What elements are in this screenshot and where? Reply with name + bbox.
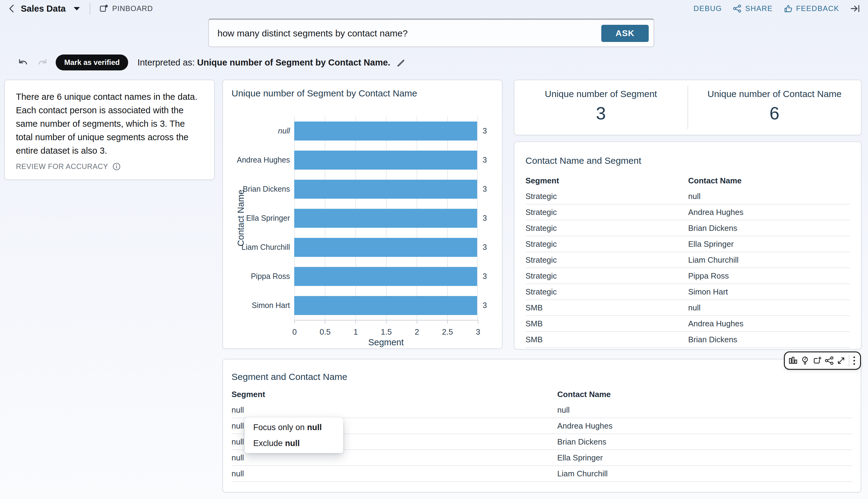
redo-button[interactable] <box>37 58 48 67</box>
table-row[interactable]: SMBBrian Dickens <box>526 332 850 348</box>
menu-item-exclude[interactable]: Excludenull <box>245 435 343 451</box>
visual-actions-toolbar <box>784 351 861 370</box>
category-label: Pippa Ross <box>223 272 294 281</box>
menu-item-value: null <box>285 439 300 448</box>
cell-contact-name: Brian Dickens <box>688 335 850 344</box>
menu-item-text: Exclude <box>253 439 282 448</box>
edit-interpretation-button[interactable] <box>397 58 405 67</box>
table-row[interactable]: Strategicnull <box>526 188 850 205</box>
insights-button[interactable] <box>801 356 809 365</box>
chart-row: Brian Dickens3 <box>223 174 503 204</box>
bar[interactable] <box>294 267 477 286</box>
category-label: Liam Churchill <box>223 243 294 252</box>
table-row[interactable]: StrategicElla Springer <box>526 236 850 252</box>
bar[interactable] <box>294 150 477 170</box>
debug-link[interactable]: DEBUG <box>694 4 722 13</box>
table-row[interactable]: StrategicAndrea Hughes <box>526 205 850 220</box>
pinboard-icon <box>99 4 108 13</box>
bar[interactable] <box>294 296 477 315</box>
share-visual-button[interactable] <box>825 356 834 365</box>
table-header-row: Segment Contact Name <box>526 173 850 188</box>
kpi-segment-value: 3 <box>514 103 688 123</box>
question-input[interactable] <box>217 28 601 39</box>
cell-segment: Strategic <box>526 255 688 265</box>
table-row[interactable]: StrategicLiam Churchill <box>526 252 850 268</box>
tick-label: 1.5 <box>381 327 392 337</box>
pinboard-link[interactable]: PINBOARD <box>99 4 153 13</box>
cell-contact-name: Simon Hart <box>688 287 850 297</box>
cell-contact-name: Ella Springer <box>557 453 852 463</box>
bar-area <box>294 116 478 145</box>
kpi-card: Unique number of Segment 3 Unique number… <box>514 80 861 135</box>
chart-row: Liam Churchill3 <box>223 233 503 262</box>
kpi-segment-label: Unique number of Segment <box>514 89 688 99</box>
kpi-contact-value: 6 <box>688 103 861 123</box>
chevron-down-icon[interactable] <box>73 7 80 11</box>
share-label: SHARE <box>745 4 772 13</box>
dataset-title[interactable]: Sales Data <box>21 4 66 14</box>
arrow-to-bar-icon <box>850 4 860 13</box>
tick-label: 3 <box>476 327 480 337</box>
chart-row: Simon Hart3 <box>223 291 503 320</box>
table-title: Contact Name and Segment <box>526 156 641 166</box>
more-options-button[interactable] <box>852 355 856 366</box>
cell-contact-name: Liam Churchill <box>688 255 850 265</box>
undo-button[interactable] <box>18 58 29 67</box>
add-to-pinboard-icon <box>813 356 822 365</box>
cell-segment: SMB <box>526 335 688 344</box>
cell-contact-name: Brian Dickens <box>688 223 850 233</box>
tick-mark <box>355 320 356 324</box>
bar[interactable] <box>294 122 477 141</box>
collapse-panel-button[interactable] <box>850 4 860 13</box>
share-icon <box>825 356 834 365</box>
table-title: Segment and Contact Name <box>231 372 348 382</box>
pin-visual-button[interactable] <box>813 356 822 365</box>
tick-mark <box>294 320 295 324</box>
lightbulb-icon <box>801 356 809 365</box>
cell-segment: null <box>231 453 557 463</box>
bar-area <box>294 145 478 174</box>
review-label: REVIEW FOR ACCURACY <box>16 162 108 171</box>
bar-area <box>294 262 478 291</box>
feedback-link[interactable]: FEEDBACK <box>784 4 839 13</box>
interpreted-query: Unique number of Segment by Contact Name… <box>197 58 391 68</box>
table-row[interactable]: nullnull <box>231 402 852 418</box>
cell-contact-name: Ella Springer <box>688 240 850 249</box>
cell-segment: Strategic <box>526 208 688 217</box>
back-button[interactable] <box>8 4 15 13</box>
expand-visual-button[interactable] <box>836 356 846 365</box>
menu-item-value: null <box>307 423 322 432</box>
header-right: DEBUG SHARE FEEDBACK <box>694 4 860 13</box>
bar[interactable] <box>294 209 477 228</box>
contact-segment-table-card: Contact Name and Segment Segment Contact… <box>514 142 861 350</box>
thumbs-up-icon <box>784 4 792 13</box>
info-icon[interactable] <box>113 162 121 171</box>
category-label: null <box>223 126 294 135</box>
table-row[interactable]: SMBAndrea Hughes <box>526 316 850 332</box>
table-row[interactable]: nullLiam Churchill <box>231 466 852 482</box>
bar[interactable] <box>294 238 477 257</box>
bar-area <box>294 233 478 262</box>
kebab-menu-icon <box>852 355 856 366</box>
bar[interactable] <box>294 180 477 199</box>
debug-label: DEBUG <box>694 4 722 13</box>
tick-label: 0.5 <box>319 327 331 337</box>
cell-contact-name: Pippa Ross <box>688 271 850 281</box>
share-link[interactable]: SHARE <box>733 4 772 13</box>
chart-type-button[interactable] <box>789 356 798 365</box>
mark-as-verified-button[interactable]: Mark as verified <box>56 54 128 70</box>
bar-value-label: 3 <box>478 214 503 222</box>
ask-bar: ASK <box>208 19 654 47</box>
chart-row: Ella Springer3 <box>223 204 503 233</box>
kpi-segment: Unique number of Segment 3 <box>514 80 688 135</box>
table-row[interactable]: StrategicPippa Ross <box>526 268 850 284</box>
ask-button[interactable]: ASK <box>601 25 649 42</box>
bar-value-label: 3 <box>478 185 503 194</box>
table-row[interactable]: StrategicBrian Dickens <box>526 220 850 236</box>
cell-segment: SMB <box>526 319 688 328</box>
tick-mark <box>386 320 387 324</box>
bar-value-label: 3 <box>478 301 503 310</box>
table-row[interactable]: StrategicSimon Hart <box>526 284 850 300</box>
menu-item-focus[interactable]: Focus only onnull <box>245 419 343 435</box>
table-row[interactable]: SMBnull <box>526 300 850 316</box>
